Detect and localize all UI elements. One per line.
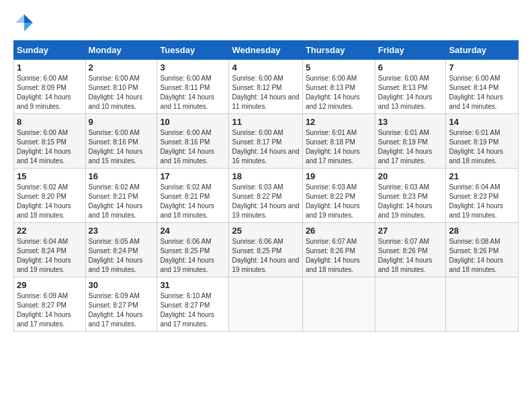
day-info: Sunrise: 6:06 AM Sunset: 8:25 PM Dayligh…	[232, 237, 299, 275]
day-info: Sunrise: 6:10 AM Sunset: 8:27 PM Dayligh…	[160, 291, 226, 329]
day-info: Sunrise: 6:00 AM Sunset: 8:17 PM Dayligh…	[232, 128, 299, 166]
day-number: 2	[89, 62, 154, 73]
day-info: Sunrise: 6:07 AM Sunset: 8:26 PM Dayligh…	[378, 237, 443, 275]
week-row-3: 15 Sunrise: 6:02 AM Sunset: 8:20 PM Dayl…	[14, 169, 519, 223]
day-cell: 24 Sunrise: 6:06 AM Sunset: 8:25 PM Dayl…	[157, 223, 229, 277]
day-cell: 30 Sunrise: 6:09 AM Sunset: 8:27 PM Dayl…	[85, 277, 157, 332]
day-number: 16	[89, 171, 154, 181]
day-info: Sunrise: 6:02 AM Sunset: 8:21 PM Dayligh…	[160, 183, 226, 220]
day-number: 28	[449, 226, 515, 236]
svg-marker-2	[15, 14, 24, 23]
day-cell: 23 Sunrise: 6:05 AM Sunset: 8:24 PM Dayl…	[85, 223, 157, 277]
day-info: Sunrise: 6:04 AM Sunset: 8:24 PM Dayligh…	[17, 237, 83, 275]
day-cell	[375, 277, 446, 332]
day-number: 22	[17, 226, 83, 236]
col-header-thursday: Thursday	[302, 41, 375, 60]
calendar-table: SundayMondayTuesdayWednesdayThursdayFrid…	[13, 40, 519, 332]
day-info: Sunrise: 6:01 AM Sunset: 8:19 PM Dayligh…	[449, 128, 515, 166]
day-number: 20	[378, 171, 443, 181]
day-cell: 7 Sunrise: 6:00 AM Sunset: 8:14 PM Dayli…	[446, 60, 519, 114]
day-number: 4	[232, 62, 299, 73]
day-cell: 29 Sunrise: 6:09 AM Sunset: 8:27 PM Dayl…	[14, 277, 86, 332]
day-number: 31	[160, 280, 226, 290]
day-info: Sunrise: 6:06 AM Sunset: 8:25 PM Dayligh…	[160, 237, 226, 275]
day-number: 27	[378, 226, 443, 236]
col-header-saturday: Saturday	[446, 41, 519, 60]
day-number: 1	[17, 62, 83, 73]
day-cell: 27 Sunrise: 6:07 AM Sunset: 8:26 PM Dayl…	[375, 223, 446, 277]
day-cell: 1 Sunrise: 6:00 AM Sunset: 8:09 PM Dayli…	[14, 60, 86, 114]
svg-marker-1	[24, 23, 33, 32]
day-number: 12	[306, 117, 372, 127]
day-number: 5	[306, 62, 372, 73]
day-cell: 28 Sunrise: 6:08 AM Sunset: 8:26 PM Dayl…	[446, 223, 519, 277]
day-info: Sunrise: 6:01 AM Sunset: 8:19 PM Dayligh…	[378, 128, 443, 166]
day-cell: 2 Sunrise: 6:00 AM Sunset: 8:10 PM Dayli…	[85, 60, 157, 114]
col-header-tuesday: Tuesday	[157, 41, 229, 60]
day-info: Sunrise: 6:00 AM Sunset: 8:10 PM Dayligh…	[89, 74, 154, 111]
header	[13, 12, 519, 34]
day-cell: 14 Sunrise: 6:01 AM Sunset: 8:19 PM Dayl…	[446, 114, 519, 169]
col-header-wednesday: Wednesday	[229, 41, 302, 60]
day-number: 26	[306, 226, 372, 236]
day-number: 24	[160, 226, 226, 236]
day-cell	[446, 277, 519, 332]
day-number: 15	[17, 171, 83, 181]
day-number: 23	[89, 226, 154, 236]
col-header-monday: Monday	[85, 41, 157, 60]
day-info: Sunrise: 6:03 AM Sunset: 8:23 PM Dayligh…	[378, 183, 443, 220]
day-info: Sunrise: 6:04 AM Sunset: 8:23 PM Dayligh…	[449, 183, 515, 220]
day-info: Sunrise: 6:00 AM Sunset: 8:16 PM Dayligh…	[160, 128, 226, 166]
day-cell: 8 Sunrise: 6:00 AM Sunset: 8:15 PM Dayli…	[14, 114, 86, 169]
logo	[13, 12, 38, 34]
logo-icon	[13, 12, 35, 34]
svg-marker-0	[24, 14, 33, 23]
day-cell	[229, 277, 302, 332]
day-info: Sunrise: 6:00 AM Sunset: 8:09 PM Dayligh…	[17, 74, 83, 111]
day-cell: 25 Sunrise: 6:06 AM Sunset: 8:25 PM Dayl…	[229, 223, 302, 277]
day-number: 11	[232, 117, 299, 127]
day-cell: 18 Sunrise: 6:03 AM Sunset: 8:22 PM Dayl…	[229, 169, 302, 223]
col-header-friday: Friday	[375, 41, 446, 60]
day-number: 10	[160, 117, 226, 127]
day-info: Sunrise: 6:09 AM Sunset: 8:27 PM Dayligh…	[89, 291, 154, 329]
day-info: Sunrise: 6:09 AM Sunset: 8:27 PM Dayligh…	[17, 291, 83, 329]
day-number: 6	[378, 62, 443, 73]
day-cell: 10 Sunrise: 6:00 AM Sunset: 8:16 PM Dayl…	[157, 114, 229, 169]
day-number: 13	[378, 117, 443, 127]
day-number: 18	[232, 171, 299, 181]
day-cell	[302, 277, 375, 332]
day-cell: 31 Sunrise: 6:10 AM Sunset: 8:27 PM Dayl…	[157, 277, 229, 332]
day-cell: 17 Sunrise: 6:02 AM Sunset: 8:21 PM Dayl…	[157, 169, 229, 223]
day-cell: 9 Sunrise: 6:00 AM Sunset: 8:16 PM Dayli…	[85, 114, 157, 169]
day-info: Sunrise: 6:02 AM Sunset: 8:20 PM Dayligh…	[17, 183, 83, 220]
day-info: Sunrise: 6:00 AM Sunset: 8:12 PM Dayligh…	[232, 74, 299, 111]
day-info: Sunrise: 6:00 AM Sunset: 8:16 PM Dayligh…	[89, 128, 154, 166]
col-header-sunday: Sunday	[14, 41, 86, 60]
day-info: Sunrise: 6:03 AM Sunset: 8:22 PM Dayligh…	[306, 183, 372, 220]
day-cell: 12 Sunrise: 6:01 AM Sunset: 8:18 PM Dayl…	[302, 114, 375, 169]
day-number: 7	[449, 62, 515, 73]
day-number: 21	[449, 171, 515, 181]
day-info: Sunrise: 6:01 AM Sunset: 8:18 PM Dayligh…	[306, 128, 372, 166]
day-cell: 11 Sunrise: 6:00 AM Sunset: 8:17 PM Dayl…	[229, 114, 302, 169]
day-number: 17	[160, 171, 226, 181]
day-number: 29	[17, 280, 83, 290]
day-cell: 15 Sunrise: 6:02 AM Sunset: 8:20 PM Dayl…	[14, 169, 86, 223]
week-row-4: 22 Sunrise: 6:04 AM Sunset: 8:24 PM Dayl…	[14, 223, 519, 277]
day-number: 3	[160, 62, 226, 73]
day-info: Sunrise: 6:02 AM Sunset: 8:21 PM Dayligh…	[89, 183, 154, 220]
day-info: Sunrise: 6:05 AM Sunset: 8:24 PM Dayligh…	[89, 237, 154, 275]
day-number: 25	[232, 226, 299, 236]
day-number: 9	[89, 117, 154, 127]
day-number: 19	[306, 171, 372, 181]
day-number: 30	[89, 280, 154, 290]
week-row-2: 8 Sunrise: 6:00 AM Sunset: 8:15 PM Dayli…	[14, 114, 519, 169]
week-row-5: 29 Sunrise: 6:09 AM Sunset: 8:27 PM Dayl…	[14, 277, 519, 332]
day-info: Sunrise: 6:07 AM Sunset: 8:26 PM Dayligh…	[306, 237, 372, 275]
day-info: Sunrise: 6:00 AM Sunset: 8:14 PM Dayligh…	[449, 74, 515, 111]
day-number: 8	[17, 117, 83, 127]
day-cell: 16 Sunrise: 6:02 AM Sunset: 8:21 PM Dayl…	[85, 169, 157, 223]
day-cell: 20 Sunrise: 6:03 AM Sunset: 8:23 PM Dayl…	[375, 169, 446, 223]
week-row-1: 1 Sunrise: 6:00 AM Sunset: 8:09 PM Dayli…	[14, 60, 519, 114]
